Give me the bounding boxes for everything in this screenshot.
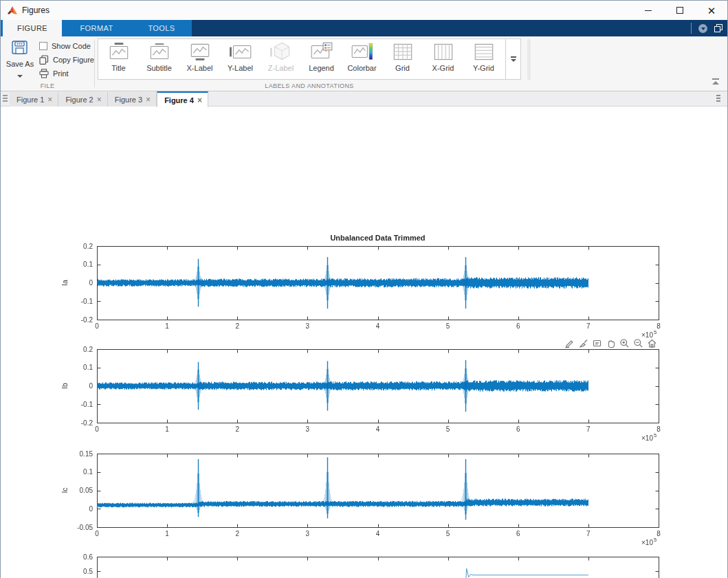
zoom-out-button[interactable] bbox=[632, 337, 644, 349]
minimize-icon bbox=[645, 10, 652, 11]
grid-label: Grid bbox=[395, 64, 410, 72]
zoom-in-button[interactable] bbox=[619, 337, 630, 349]
show-code-label: Show Code bbox=[52, 42, 91, 50]
tab-figure-3[interactable]: Figure 3 × bbox=[108, 92, 157, 107]
window-title: Figures bbox=[22, 5, 49, 15]
tab-tools[interactable]: TOOLS bbox=[131, 20, 192, 36]
save-icon bbox=[11, 39, 29, 56]
title-label: Title bbox=[111, 64, 125, 72]
maximize-button[interactable] bbox=[664, 1, 696, 20]
gallery-more-button[interactable] bbox=[506, 38, 521, 80]
tab-figure-4-close-icon[interactable]: × bbox=[197, 96, 202, 104]
tab-figure-3-close-icon[interactable]: × bbox=[146, 96, 151, 104]
pan-icon bbox=[606, 338, 616, 348]
subplot-v[interactable] bbox=[56, 540, 674, 578]
subplot-ic[interactable] bbox=[56, 436, 674, 545]
tab-figure-2[interactable]: Figure 2 × bbox=[58, 92, 107, 107]
y-label-icon bbox=[228, 41, 253, 63]
tab-grip-icon[interactable] bbox=[3, 95, 8, 102]
x-label-icon bbox=[188, 41, 212, 63]
z-label-button[interactable]: Z-Label bbox=[261, 39, 301, 79]
tab-figure[interactable]: FIGURE bbox=[3, 20, 62, 36]
tab-figure-1-close-icon[interactable]: × bbox=[47, 96, 52, 104]
subplot-ia[interactable] bbox=[56, 229, 674, 337]
export-icon bbox=[564, 338, 575, 348]
figures-window: Figures ✕ FIGURE FORMAT TOOLS bbox=[0, 0, 728, 578]
save-as-dropdown-icon bbox=[17, 75, 23, 78]
y-grid-button[interactable]: Y-Grid bbox=[463, 39, 504, 79]
gallery-more-icon bbox=[511, 56, 516, 58]
file-section-label: FILE bbox=[1, 82, 94, 89]
minimize-button[interactable] bbox=[632, 1, 664, 20]
save-as-label: Save As bbox=[4, 60, 36, 68]
ribbon-tab-group: FIGURE FORMAT TOOLS bbox=[1, 20, 192, 36]
export-button[interactable] bbox=[564, 337, 575, 349]
datatips-icon bbox=[592, 338, 602, 348]
print-icon bbox=[39, 69, 49, 78]
pan-button[interactable] bbox=[605, 337, 617, 349]
copy-figure-button[interactable]: Copy Figure bbox=[39, 53, 94, 67]
labels-section-label: LABELS AND ANNOTATIONS bbox=[98, 82, 521, 89]
close-button[interactable]: ✕ bbox=[696, 1, 727, 20]
y-label-button[interactable]: Y-Label bbox=[220, 39, 261, 79]
legend-button[interactable]: Legend bbox=[301, 39, 342, 79]
matlab-logo-icon bbox=[7, 5, 18, 15]
x-grid-button[interactable]: X-Grid bbox=[423, 39, 463, 79]
zoom-in-icon bbox=[619, 338, 630, 348]
undock-window-icon[interactable] bbox=[714, 24, 723, 33]
figure-tab-bar: Figure 1 × Figure 2 × Figure 3 × Figure … bbox=[1, 91, 727, 107]
collapse-ribbon-button[interactable] bbox=[709, 78, 722, 87]
print-label: Print bbox=[53, 69, 69, 78]
y-label-label: Y-Label bbox=[228, 64, 253, 72]
z-label-label: Z-Label bbox=[268, 64, 294, 72]
tab-overflow-icon[interactable] bbox=[716, 95, 720, 102]
subtitle-icon bbox=[147, 41, 172, 63]
home-icon bbox=[647, 338, 657, 348]
colorbar-icon bbox=[350, 41, 375, 63]
datatips-button[interactable] bbox=[591, 337, 603, 349]
subtitle-button[interactable]: Subtitle bbox=[139, 39, 179, 79]
brush-icon bbox=[578, 338, 588, 348]
colorbar-label: Colorbar bbox=[347, 64, 376, 72]
labels-annotations-gallery: Title Subtitle X-Label bbox=[98, 38, 506, 80]
axes-toolbar bbox=[564, 337, 658, 349]
x-label-button[interactable]: X-Label bbox=[179, 39, 220, 79]
x-grid-icon bbox=[431, 41, 456, 63]
x-grid-label: X-Grid bbox=[432, 64, 454, 72]
copy-figure-label: Copy Figure bbox=[53, 56, 94, 64]
title-bar: Figures ✕ bbox=[1, 1, 727, 20]
tab-figure-1[interactable]: Figure 1 × bbox=[10, 92, 58, 107]
section-separator bbox=[94, 39, 95, 87]
title-button[interactable]: Title bbox=[98, 39, 139, 79]
print-button[interactable]: Print bbox=[39, 67, 94, 80]
tab-figure-2-close-icon[interactable]: × bbox=[97, 96, 102, 104]
maximize-icon bbox=[676, 7, 683, 14]
show-code-checkbox[interactable]: Show Code bbox=[39, 39, 94, 53]
y-grid-label: Y-Grid bbox=[473, 64, 494, 72]
colorbar-button[interactable]: Colorbar bbox=[342, 39, 382, 79]
legend-label: Legend bbox=[309, 64, 334, 72]
tab-figure-4[interactable]: Figure 4 × bbox=[157, 91, 208, 107]
close-icon: ✕ bbox=[707, 5, 716, 16]
collapse-ribbon-chevron-icon[interactable] bbox=[698, 24, 707, 33]
checkbox-icon bbox=[39, 42, 47, 50]
copy-icon bbox=[39, 55, 49, 65]
restore-view-button[interactable] bbox=[646, 337, 658, 349]
tab-figure-1-label: Figure 1 bbox=[16, 96, 44, 104]
subtitle-label: Subtitle bbox=[146, 64, 172, 72]
grid-button[interactable]: Grid bbox=[382, 39, 423, 79]
brush-button[interactable] bbox=[577, 337, 589, 349]
y-grid-icon bbox=[472, 41, 496, 63]
figure-canvas-area bbox=[1, 107, 727, 578]
tab-figure-2-label: Figure 2 bbox=[65, 96, 93, 104]
tab-figure-3-label: Figure 3 bbox=[115, 96, 142, 104]
ribbon: Save As Show Code Copy Figure bbox=[1, 36, 727, 91]
save-as-button[interactable]: Save As bbox=[4, 39, 36, 80]
title-icon bbox=[107, 41, 131, 63]
zoom-out-icon bbox=[633, 338, 643, 348]
strip-divider bbox=[691, 23, 692, 34]
tab-format[interactable]: FORMAT bbox=[62, 20, 131, 36]
z-label-icon bbox=[269, 41, 294, 63]
grid-icon bbox=[390, 41, 415, 63]
x-label-label: X-Label bbox=[187, 64, 213, 72]
